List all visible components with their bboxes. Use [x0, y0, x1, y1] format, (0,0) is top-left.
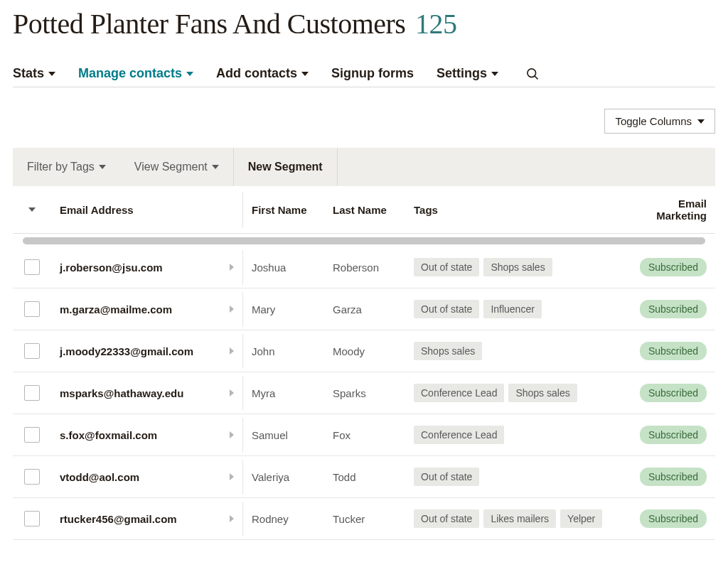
row-last-name: Garza: [324, 292, 405, 327]
status-badge: Subscribed: [640, 258, 707, 276]
row-email-text: j.moody22333@gmail.com: [60, 345, 193, 357]
chevron-down-icon: [697, 119, 705, 124]
row-checkbox-cell: [13, 458, 51, 496]
chevron-right-icon: [230, 306, 234, 313]
row-email-text: m.garza@mailme.com: [60, 303, 172, 315]
row-email-marketing: Subscribed: [623, 247, 715, 288]
row-email[interactable]: j.moody22333@gmail.com: [51, 334, 243, 369]
tag-chip[interactable]: Shops sales: [483, 258, 552, 276]
row-email-marketing: Subscribed: [623, 414, 715, 455]
row-email[interactable]: s.fox@foxmail.com: [51, 418, 243, 453]
tag-chip[interactable]: Likes mailers: [483, 509, 556, 528]
row-checkbox[interactable]: [24, 343, 40, 359]
filter-by-tags-button[interactable]: Filter by Tags: [13, 148, 120, 186]
tag-chip[interactable]: Shops sales: [508, 384, 577, 402]
row-email-text: j.roberson@jsu.com: [60, 261, 163, 274]
header-last-name[interactable]: Last Name: [324, 193, 405, 227]
header-select-all[interactable]: [13, 196, 51, 223]
tag-chip[interactable]: Shops sales: [414, 342, 482, 360]
view-segment-button[interactable]: View Segment: [120, 148, 233, 186]
status-badge: Subscribed: [640, 384, 707, 402]
view-segment-label: View Segment: [134, 161, 208, 173]
table-row: j.roberson@jsu.comJoshuaRobersonOut of s…: [13, 247, 715, 288]
chevron-down-icon: [99, 165, 106, 169]
nav-add-contacts[interactable]: Add contacts: [216, 66, 309, 81]
nav-stats[interactable]: Stats: [13, 66, 55, 81]
row-checkbox[interactable]: [24, 427, 40, 443]
row-checkbox-cell: [13, 500, 51, 538]
row-email-text: rtucker456@gmail.com: [60, 513, 177, 525]
row-checkbox-cell: [13, 290, 51, 328]
nav-manage-contacts-label: Manage contacts: [78, 66, 182, 81]
tag-chip[interactable]: Out of state: [414, 468, 479, 486]
segment-bar: Filter by Tags View Segment New Segment: [13, 148, 715, 186]
row-email-marketing: Subscribed: [623, 456, 715, 497]
toggle-columns-button[interactable]: Toggle Columns: [604, 109, 715, 134]
chevron-right-icon: [230, 389, 234, 396]
svg-line-1: [535, 75, 538, 79]
nav-signup-forms-label: Signup forms: [331, 66, 414, 81]
row-checkbox[interactable]: [24, 259, 40, 275]
chevron-right-icon: [230, 431, 234, 438]
status-badge: Subscribed: [640, 342, 707, 360]
tag-chip[interactable]: Out of state: [414, 258, 479, 276]
header-email-marketing[interactable]: Email Marketing: [623, 186, 715, 233]
tag-chip[interactable]: Conference Lead: [414, 384, 504, 402]
new-segment-label: New Segment: [248, 161, 323, 173]
tag-chip[interactable]: Conference Lead: [414, 426, 504, 444]
row-email-marketing: Subscribed: [623, 372, 715, 414]
row-first-name: John: [243, 334, 324, 369]
new-segment-button[interactable]: New Segment: [233, 148, 338, 186]
row-tags: Conference Lead: [405, 414, 623, 455]
row-checkbox[interactable]: [24, 385, 40, 401]
nav-manage-contacts[interactable]: Manage contacts: [78, 66, 193, 81]
row-checkbox[interactable]: [24, 511, 40, 526]
table-row: s.fox@foxmail.comSamuelFoxConference Lea…: [13, 414, 715, 456]
chevron-down-icon: [301, 72, 309, 76]
table-row: vtodd@aol.comValeriyaToddOut of stateSub…: [13, 456, 715, 498]
nav-signup-forms[interactable]: Signup forms: [331, 66, 414, 81]
row-checkbox[interactable]: [24, 301, 40, 317]
status-badge: Subscribed: [640, 300, 707, 318]
row-email[interactable]: rtucker456@gmail.com: [51, 502, 243, 536]
tag-chip[interactable]: Out of state: [414, 300, 479, 318]
row-checkbox-cell: [13, 248, 51, 286]
search-icon[interactable]: [525, 67, 540, 81]
tag-chip[interactable]: Out of state: [414, 509, 479, 528]
row-first-name: Myra: [243, 376, 324, 411]
header-tags[interactable]: Tags: [405, 193, 623, 227]
row-email[interactable]: msparks@hathaway.edu: [51, 376, 243, 411]
row-first-name: Samuel: [243, 418, 324, 453]
header-email[interactable]: Email Address: [51, 193, 243, 227]
filter-by-tags-label: Filter by Tags: [27, 161, 95, 173]
nav-add-contacts-label: Add contacts: [216, 66, 297, 81]
row-checkbox[interactable]: [24, 469, 40, 485]
row-last-name: Todd: [324, 460, 405, 495]
row-last-name: Sparks: [324, 376, 405, 411]
table-row: m.garza@mailme.comMaryGarzaOut of stateI…: [13, 288, 715, 330]
row-checkbox-cell: [13, 416, 51, 454]
status-badge: Subscribed: [640, 426, 707, 444]
row-tags: Out of stateLikes mailersYelper: [405, 498, 623, 539]
table-row: j.moody22333@gmail.comJohnMoodyShops sal…: [13, 330, 715, 372]
row-email[interactable]: vtodd@aol.com: [51, 460, 243, 495]
row-tags: Shops sales: [405, 330, 623, 372]
header-first-name[interactable]: First Name: [243, 193, 324, 227]
svg-point-0: [528, 68, 536, 77]
chevron-down-icon: [491, 72, 498, 76]
contacts-table-body: j.roberson@jsu.comJoshuaRobersonOut of s…: [13, 247, 715, 540]
chevron-down-icon: [186, 72, 193, 76]
row-checkbox-cell: [13, 374, 51, 412]
chevron-down-icon: [48, 72, 55, 76]
tag-chip[interactable]: Influencer: [483, 300, 541, 318]
row-last-name: Moody: [324, 334, 405, 369]
row-tags: Out of stateShops sales: [405, 247, 623, 288]
toggle-columns-label: Toggle Columns: [615, 115, 692, 127]
chevron-right-icon: [230, 264, 234, 271]
row-email-marketing: Subscribed: [623, 288, 715, 330]
horizontal-scrollbar[interactable]: [23, 237, 705, 244]
row-email[interactable]: j.roberson@jsu.com: [51, 250, 243, 285]
tag-chip[interactable]: Yelper: [560, 509, 602, 528]
row-email[interactable]: m.garza@mailme.com: [51, 292, 243, 327]
nav-settings[interactable]: Settings: [437, 66, 498, 81]
